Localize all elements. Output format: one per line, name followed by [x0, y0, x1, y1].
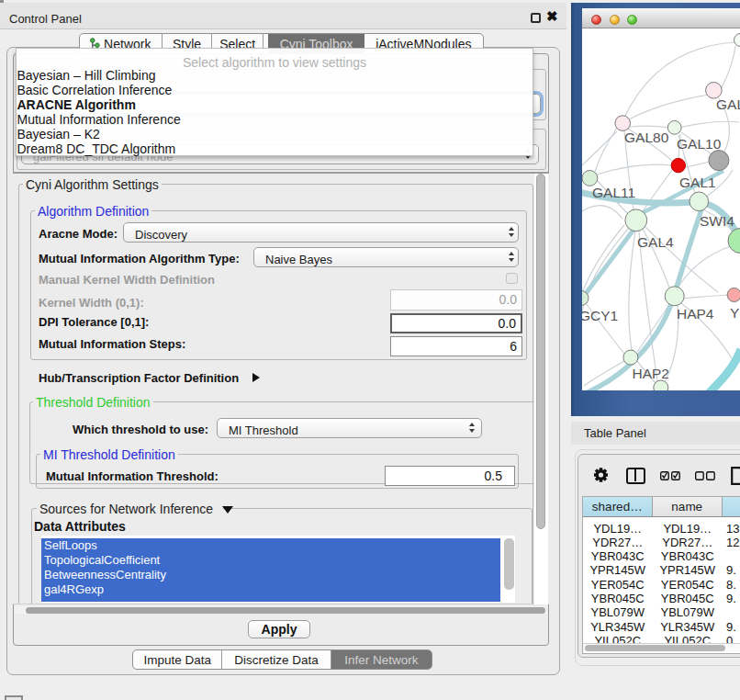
- svg-text:GAL11: GAL11: [592, 185, 635, 200]
- svg-text:GAL4: GAL4: [637, 234, 674, 250]
- svg-text:GAL80: GAL80: [624, 130, 669, 145]
- svg-text:GAL10: GAL10: [677, 136, 722, 152]
- svg-text:GCY1: GCY1: [582, 308, 618, 323]
- svg-text:Y: Y: [730, 305, 739, 321]
- svg-text:GAL3: GAL3: [716, 96, 740, 112]
- svg-text:HAP2: HAP2: [633, 366, 670, 381]
- svg-text:GAL1: GAL1: [679, 175, 716, 190]
- svg-text:HAP4: HAP4: [677, 306, 714, 322]
- svg-text:SWI4: SWI4: [700, 213, 734, 229]
